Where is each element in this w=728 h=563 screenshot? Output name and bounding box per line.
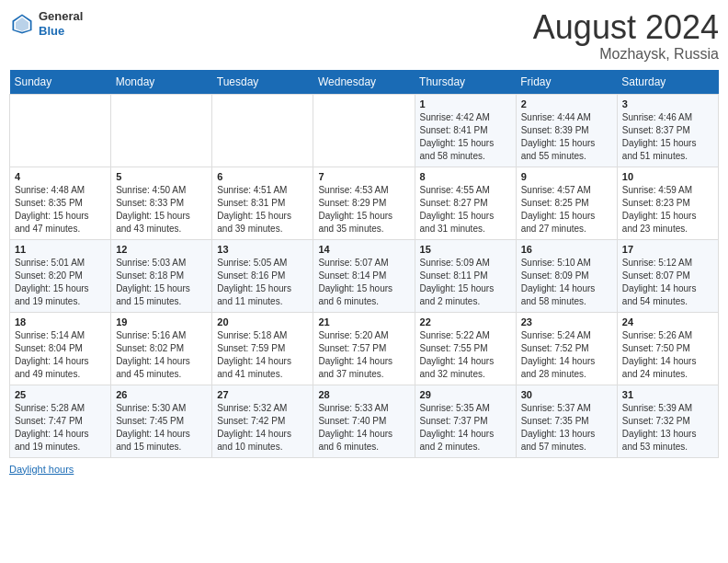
calendar-dow-thursday: Thursday [415,70,516,95]
calendar-cell: 14Sunrise: 5:07 AM Sunset: 8:14 PM Dayli… [313,239,415,312]
day-number: 31 [622,389,713,400]
calendar-cell: 4Sunrise: 4:48 AM Sunset: 8:35 PM Daylig… [10,167,111,239]
day-info: Sunrise: 4:50 AM Sunset: 8:33 PM Dayligh… [116,184,207,236]
location-title: Mozhaysk, Russia [533,46,719,63]
day-info: Sunrise: 5:35 AM Sunset: 7:37 PM Dayligh… [420,402,511,454]
day-info: Sunrise: 5:26 AM Sunset: 7:50 PM Dayligh… [622,329,713,381]
calendar-cell: 29Sunrise: 5:35 AM Sunset: 7:37 PM Dayli… [415,385,516,457]
day-info: Sunrise: 4:51 AM Sunset: 8:31 PM Dayligh… [217,184,308,236]
calendar-dow-monday: Monday [111,70,212,95]
calendar-dow-friday: Friday [516,70,617,95]
daylight-hours-label: Daylight hours [9,464,74,475]
day-info: Sunrise: 5:28 AM Sunset: 7:47 PM Dayligh… [15,402,106,454]
calendar-dow-saturday: Saturday [617,70,718,95]
logo-general: General [39,9,83,24]
day-info: Sunrise: 5:20 AM Sunset: 7:57 PM Dayligh… [318,329,409,381]
day-info: Sunrise: 5:01 AM Sunset: 8:20 PM Dayligh… [15,257,106,308]
calendar-cell: 1Sunrise: 4:42 AM Sunset: 8:41 PM Daylig… [415,94,516,167]
calendar-cell: 6Sunrise: 4:51 AM Sunset: 8:31 PM Daylig… [212,167,313,239]
calendar-cell [10,94,111,167]
day-info: Sunrise: 5:16 AM Sunset: 8:02 PM Dayligh… [116,329,207,381]
day-number: 27 [217,389,308,400]
calendar-cell: 21Sunrise: 5:20 AM Sunset: 7:57 PM Dayli… [313,312,415,385]
calendar-dow-sunday: Sunday [10,70,111,95]
day-info: Sunrise: 5:12 AM Sunset: 8:07 PM Dayligh… [622,257,713,308]
calendar-cell: 30Sunrise: 5:37 AM Sunset: 7:35 PM Dayli… [516,385,617,457]
day-number: 11 [15,244,106,255]
calendar-cell: 15Sunrise: 5:09 AM Sunset: 8:11 PM Dayli… [415,239,516,312]
calendar-cell: 24Sunrise: 5:26 AM Sunset: 7:50 PM Dayli… [617,312,718,385]
title-block: August 2024 Mozhaysk, Russia [533,9,719,63]
calendar-cell: 18Sunrise: 5:14 AM Sunset: 8:04 PM Dayli… [10,312,111,385]
calendar-cell: 3Sunrise: 4:46 AM Sunset: 8:37 PM Daylig… [617,94,718,167]
day-number: 4 [15,171,106,182]
calendar-cell: 25Sunrise: 5:28 AM Sunset: 7:47 PM Dayli… [10,385,111,457]
day-number: 21 [318,316,409,327]
day-number: 12 [116,244,207,255]
calendar-cell: 9Sunrise: 4:57 AM Sunset: 8:25 PM Daylig… [516,167,617,239]
day-number: 5 [116,171,207,182]
calendar-dow-tuesday: Tuesday [212,70,313,95]
day-info: Sunrise: 5:22 AM Sunset: 7:55 PM Dayligh… [420,329,511,381]
calendar-cell [212,94,313,167]
day-info: Sunrise: 5:33 AM Sunset: 7:40 PM Dayligh… [318,402,409,454]
calendar-cell: 26Sunrise: 5:30 AM Sunset: 7:45 PM Dayli… [111,385,212,457]
calendar-week-4: 18Sunrise: 5:14 AM Sunset: 8:04 PM Dayli… [10,312,719,385]
day-number: 1 [420,98,511,109]
day-info: Sunrise: 5:05 AM Sunset: 8:16 PM Dayligh… [217,257,308,308]
day-number: 24 [622,316,713,327]
calendar-week-3: 11Sunrise: 5:01 AM Sunset: 8:20 PM Dayli… [10,239,719,312]
day-info: Sunrise: 4:57 AM Sunset: 8:25 PM Dayligh… [521,184,612,236]
day-number: 18 [15,316,106,327]
day-number: 10 [622,171,713,182]
day-number: 8 [420,171,511,182]
day-number: 20 [217,316,308,327]
day-info: Sunrise: 5:37 AM Sunset: 7:35 PM Dayligh… [521,402,612,454]
day-info: Sunrise: 5:07 AM Sunset: 8:14 PM Dayligh… [318,257,409,308]
calendar-dow-wednesday: Wednesday [313,70,415,95]
calendar-cell: 19Sunrise: 5:16 AM Sunset: 8:02 PM Dayli… [111,312,212,385]
day-info: Sunrise: 5:30 AM Sunset: 7:45 PM Dayligh… [116,402,207,454]
day-info: Sunrise: 5:24 AM Sunset: 7:52 PM Dayligh… [521,329,612,381]
day-info: Sunrise: 5:32 AM Sunset: 7:42 PM Dayligh… [217,402,308,454]
calendar-cell: 8Sunrise: 4:55 AM Sunset: 8:27 PM Daylig… [415,167,516,239]
month-year-title: August 2024 [533,9,719,46]
day-number: 28 [318,389,409,400]
day-number: 2 [521,98,612,109]
day-number: 6 [217,171,308,182]
day-number: 25 [15,389,106,400]
calendar-cell: 28Sunrise: 5:33 AM Sunset: 7:40 PM Dayli… [313,385,415,457]
calendar-week-5: 25Sunrise: 5:28 AM Sunset: 7:47 PM Dayli… [10,385,719,457]
calendar-cell: 22Sunrise: 5:22 AM Sunset: 7:55 PM Dayli… [415,312,516,385]
calendar-cell: 11Sunrise: 5:01 AM Sunset: 8:20 PM Dayli… [10,239,111,312]
calendar-cell: 12Sunrise: 5:03 AM Sunset: 8:18 PM Dayli… [111,239,212,312]
calendar-cell: 2Sunrise: 4:44 AM Sunset: 8:39 PM Daylig… [516,94,617,167]
calendar-cell: 17Sunrise: 5:12 AM Sunset: 8:07 PM Dayli… [617,239,718,312]
calendar-week-1: 1Sunrise: 4:42 AM Sunset: 8:41 PM Daylig… [10,94,719,167]
calendar-cell: 13Sunrise: 5:05 AM Sunset: 8:16 PM Dayli… [212,239,313,312]
page-header: General Blue August 2024 Mozhaysk, Russi… [9,9,719,63]
day-number: 14 [318,244,409,255]
calendar-header-row: SundayMondayTuesdayWednesdayThursdayFrid… [10,70,719,95]
day-info: Sunrise: 4:59 AM Sunset: 8:23 PM Dayligh… [622,184,713,236]
day-number: 13 [217,244,308,255]
day-number: 17 [622,244,713,255]
logo-text: General Blue [39,9,83,38]
day-number: 3 [622,98,713,109]
day-info: Sunrise: 4:44 AM Sunset: 8:39 PM Dayligh… [521,111,612,163]
footer-note: Daylight hours [9,464,719,475]
day-number: 30 [521,389,612,400]
calendar-cell: 20Sunrise: 5:18 AM Sunset: 7:59 PM Dayli… [212,312,313,385]
logo: General Blue [9,9,83,38]
calendar-cell: 23Sunrise: 5:24 AM Sunset: 7:52 PM Dayli… [516,312,617,385]
day-number: 15 [420,244,511,255]
calendar-cell: 5Sunrise: 4:50 AM Sunset: 8:33 PM Daylig… [111,167,212,239]
calendar-cell: 16Sunrise: 5:10 AM Sunset: 8:09 PM Dayli… [516,239,617,312]
day-info: Sunrise: 4:48 AM Sunset: 8:35 PM Dayligh… [15,184,106,236]
day-info: Sunrise: 5:09 AM Sunset: 8:11 PM Dayligh… [420,257,511,308]
calendar-week-2: 4Sunrise: 4:48 AM Sunset: 8:35 PM Daylig… [10,167,719,239]
calendar-cell [111,94,212,167]
calendar-cell: 27Sunrise: 5:32 AM Sunset: 7:42 PM Dayli… [212,385,313,457]
day-number: 23 [521,316,612,327]
day-number: 7 [318,171,409,182]
